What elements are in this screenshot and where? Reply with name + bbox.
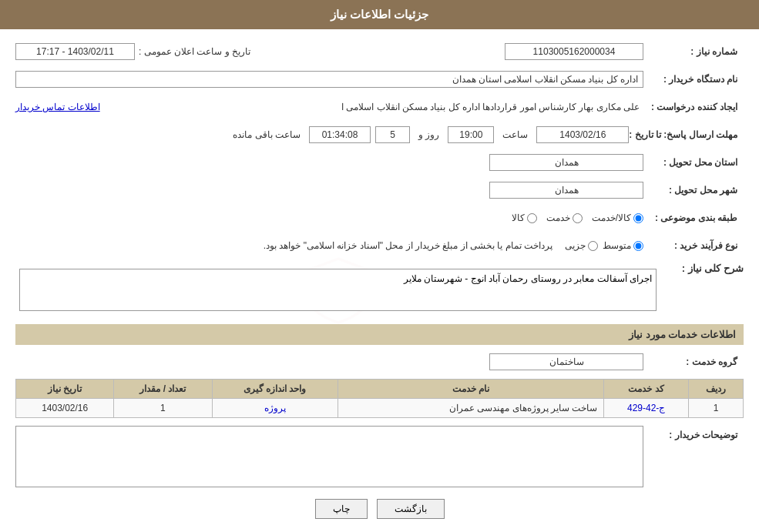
buyer-desc-textarea[interactable] [15,426,643,487]
category-khedmat[interactable]: خدمت [546,212,583,223]
need-number-row: شماره نیاز : تاریخ و ساعت اعلان عمومی : [15,41,744,62]
category-kala-khedmat-label: کالا/خدمت [592,212,631,223]
print-button[interactable]: چاپ [315,499,368,519]
category-kala-label: کالا [512,212,525,223]
service-table-header-row: ردیف کد خدمت نام خدمت واحد اندازه گیری ت… [16,380,744,399]
narration-label: شرح کلی نیاز : [667,263,744,274]
purchase-motavasset[interactable]: متوسط [603,240,643,251]
category-kala-khedmat[interactable]: کالا/خدمت [592,212,643,223]
creator-contact-link[interactable]: اطلاعات تماس خریدار [15,102,100,112]
remain-label: ساعت باقی مانده [233,129,301,140]
cell-name: ساخت سایر پروژه‌های مهندسی عمران [338,399,604,418]
days-label: روز و [418,129,439,140]
unit-link[interactable]: پروژه [264,403,286,413]
province-value-cell [15,154,643,171]
public-announce-label: تاریخ و ساعت اعلان عمومی : [139,46,250,57]
creator-label: ایجاد کننده درخواست : [643,102,744,112]
category-row: طبقه بندی موضوعی : کالا/خدمت خدمت کالا [15,207,744,229]
deadline-days-input[interactable] [375,126,410,143]
service-table: ردیف کد خدمت نام خدمت واحد اندازه گیری ت… [15,379,744,418]
need-number-input[interactable] [505,43,643,60]
back-button[interactable]: بازگشت [377,499,445,519]
purchase-type-row: نوع فرآیند خرید : متوسط جزیی پرداخت تمام… [15,235,744,256]
narration-value-cell: اجرای آسفالت معابر در روستای رحمان آباد … [15,263,660,316]
narration-watermark-area: اجرای آسفالت معابر در روستای رحمان آباد … [15,263,660,316]
creator-row: ایجاد کننده درخواست : علی مکاری بهار کار… [15,96,744,118]
buyer-org-input[interactable] [15,71,643,88]
need-number-value: تاریخ و ساعت اعلان عمومی : [15,43,643,60]
category-label: طبقه بندی موضوعی : [643,212,744,223]
category-khedmat-radio[interactable] [573,213,583,223]
city-value-cell [15,182,643,199]
narration-label-text: شرح کلی نیاز : [682,263,744,274]
purchase-type-note: پرداخت تمام یا بخشی از مبلغ خریدار از مح… [264,240,552,251]
page-header: جزئیات اطلاعات نیاز [0,0,759,29]
col-name: نام خدمت [338,380,604,399]
city-row: شهر محل تحویل : [15,179,744,201]
table-row: 1 ج-42-429 ساخت سایر پروژه‌های مهندسی عم… [16,399,744,418]
category-kala-khedmat-radio[interactable] [633,213,643,223]
category-kala[interactable]: کالا [512,212,537,223]
deadline-label: مهلت ارسال پاسخ: تا تاریخ : [629,129,744,140]
creator-value-cell: علی مکاری بهار کارشناس امور قراردادها اد… [15,102,643,112]
service-table-head: ردیف کد خدمت نام خدمت واحد اندازه گیری ت… [16,380,744,399]
province-input[interactable] [489,154,643,171]
col-unit: واحد اندازه گیری [212,380,338,399]
category-kala-radio[interactable] [527,213,537,223]
purchase-jozi-label: جزیی [565,240,586,251]
buyer-desc-value-cell [15,426,643,487]
purchase-type-label: نوع فرآیند خرید : [643,240,744,251]
need-number-label: شماره نیاز : [643,46,744,57]
province-row: استان محل تحویل : [15,152,744,173]
category-value-cell: کالا/خدمت خدمت کالا [15,212,643,223]
purchase-type-value-cell: متوسط جزیی پرداخت تمام یا بخشی از مبلغ خ… [15,240,643,251]
content-area: شماره نیاز : تاریخ و ساعت اعلان عمومی : … [0,29,759,532]
purchase-motavasset-label: متوسط [603,240,631,251]
col-code: کد خدمت [604,380,689,399]
public-announce-input[interactable] [15,43,135,60]
service-group-label: گروه خدمت : [643,356,744,367]
category-khedmat-label: خدمت [546,212,570,223]
col-date: تاریخ نیاز [16,380,114,399]
buyer-desc-label: توضیحات خریدار : [643,426,744,440]
purchase-jozi[interactable]: جزیی [565,240,598,251]
service-group-row: گروه خدمت : [15,351,744,373]
time-label: ساعت [502,129,528,140]
deadline-value-cell: ساعت روز و ساعت باقی مانده [15,126,629,143]
service-group-input[interactable] [489,353,643,370]
buyer-org-label: نام دستگاه خریدار : [643,74,744,85]
cell-code: ج-42-429 [604,399,689,418]
cell-qty: 1 [114,399,212,418]
services-section-label: اطلاعات خدمات مورد نیاز [629,329,736,340]
page-wrapper: جزئیات اطلاعات نیاز شماره نیاز : تاریخ و… [0,0,759,532]
buyer-org-value [15,71,643,88]
service-group-value-cell [15,353,643,370]
cell-unit: پروژه [212,399,338,418]
province-label: استان محل تحویل : [643,157,744,168]
narration-row: شرح کلی نیاز : اجرای آسفالت معابر در روس… [15,263,744,316]
col-qty: تعداد / مقدار [114,380,212,399]
city-label: شهر محل تحویل : [643,185,744,196]
narration-textarea[interactable]: اجرای آسفالت معابر در روستای رحمان آباد … [19,269,657,311]
purchase-jozi-radio[interactable] [588,241,598,251]
buyer-desc-row: توضیحات خریدار : [15,426,744,487]
page-title: جزئیات اطلاعات نیاز [331,8,428,21]
button-bar: بازگشت چاپ [15,499,744,519]
cell-row-num: 1 [688,399,743,418]
col-row-num: ردیف [688,380,743,399]
purchase-motavasset-radio[interactable] [633,241,643,251]
deadline-date-input[interactable] [536,126,629,143]
cell-date: 1403/02/16 [16,399,114,418]
deadline-time-input[interactable] [448,126,494,143]
city-input[interactable] [489,182,643,199]
buyer-org-row: نام دستگاه خریدار : [15,69,744,90]
deadline-remain-input[interactable] [309,126,371,143]
deadline-row: مهلت ارسال پاسخ: تا تاریخ : ساعت روز و س… [15,124,744,146]
creator-text: علی مکاری بهار کارشناس امور قراردادها اد… [100,102,643,112]
services-section-header: اطلاعات خدمات مورد نیاز [15,324,744,345]
service-table-body: 1 ج-42-429 ساخت سایر پروژه‌های مهندسی عم… [16,399,744,418]
